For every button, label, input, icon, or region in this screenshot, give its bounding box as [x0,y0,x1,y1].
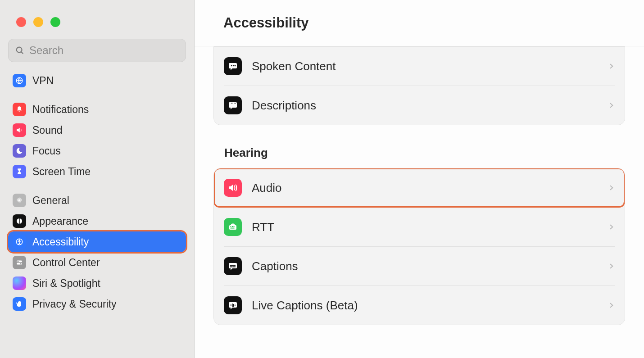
sidebar-item-notifications[interactable]: Notifications [8,99,186,120]
svg-point-10 [20,263,22,264]
row-label: Audio [252,181,608,195]
sidebar-item-label: Appearance [32,215,88,227]
row-captions[interactable]: Captions [214,247,625,285]
sidebar-item-control-center[interactable]: Control Center [8,252,186,273]
sidebar-nav: VPN Notifications Sound Focus [0,67,194,358]
phone-typewriter-icon [224,218,242,236]
sidebar-item-label: VPN [32,75,54,87]
row-live-captions[interactable]: Live Captions (Beta) [214,286,625,325]
sidebar-item-label: Accessibility [32,236,89,248]
svg-line-1 [21,52,23,54]
switches-icon [13,256,26,269]
hourglass-icon [13,165,26,178]
moon-icon [13,144,26,158]
svg-point-11 [16,280,23,287]
svg-point-6 [19,240,20,240]
chevron-right-icon [608,222,615,232]
search-box[interactable] [8,39,186,62]
row-audio[interactable]: Audio [214,168,625,207]
chevron-right-icon [608,61,615,72]
row-rtt[interactable]: RTT [214,208,625,246]
svg-point-0 [17,47,22,53]
waveform-bubble-icon [224,296,242,314]
svg-point-9 [18,261,19,262]
row-label: Spoken Content [252,59,608,73]
sidebar-item-label: Siri & Spotlight [32,277,100,290]
sidebar-item-appearance[interactable]: Appearance [8,211,186,231]
sidebar-item-label: Notifications [32,104,89,116]
chevron-right-icon [608,100,615,111]
svg-rect-21 [230,265,233,266]
speech-bubble-quotes-icon: ” ” [224,96,242,114]
caption-bubble-icon [224,257,242,275]
row-label: Live Captions (Beta) [252,299,608,313]
siri-icon [13,276,26,290]
sidebar-item-label: Control Center [32,257,100,269]
window-controls [0,0,194,27]
accessibility-icon [13,235,26,249]
row-label: Descriptions [252,99,608,113]
search-container [0,27,194,67]
content-scroll[interactable]: Spoken Content ” ” Descriptions Hearing [195,46,644,358]
svg-point-13 [233,65,234,67]
main-pane: Accessibility Spoken Content ” ” Descrip… [195,0,644,358]
sidebar-item-accessibility[interactable]: Accessibility [8,231,186,252]
svg-rect-16 [229,225,236,230]
search-input[interactable] [25,44,179,57]
sidebar-group-system: General Appearance Accessibility Control… [8,190,186,314]
sidebar-item-label: General [32,195,69,207]
search-icon [15,45,25,55]
svg-text:” ”: ” ” [231,102,236,107]
sidebar-item-siri[interactable]: Siri & Spotlight [8,273,186,294]
gear-icon [13,194,26,207]
zoom-window-button[interactable] [50,17,60,27]
speech-card: Spoken Content ” ” Descriptions [213,46,625,125]
svg-rect-24 [232,267,236,267]
svg-rect-14 [235,65,236,67]
hand-icon [13,297,26,311]
minimize-window-button[interactable] [33,17,43,27]
close-window-button[interactable] [16,17,26,27]
sidebar-group-network: VPN [8,70,186,91]
sidebar-item-label: Screen Time [32,166,91,178]
hearing-card: Audio RTT Captions [213,168,625,325]
row-spoken-content[interactable]: Spoken Content [214,47,625,86]
svg-rect-25 [231,304,231,306]
page-title: Accessibility [223,15,309,31]
svg-rect-28 [235,305,236,306]
sidebar-group-attention: Notifications Sound Focus Screen Time [8,99,186,182]
bell-icon [13,103,26,116]
svg-rect-23 [230,267,232,267]
svg-rect-19 [234,226,235,227]
chevron-right-icon [608,182,615,193]
titlebar: Accessibility [195,0,644,46]
section-title-hearing: Hearing [224,146,625,160]
sidebar-item-general[interactable]: General [8,190,186,211]
sidebar-item-screen-time[interactable]: Screen Time [8,161,186,182]
svg-rect-20 [231,228,235,229]
row-label: Captions [252,259,608,273]
globe-icon [13,74,26,87]
svg-rect-22 [233,265,236,266]
sidebar-item-label: Focus [32,145,61,157]
speech-bubble-dots-icon [224,57,242,75]
svg-rect-26 [232,304,233,307]
svg-rect-18 [232,226,233,227]
chevron-right-icon [608,261,615,272]
row-descriptions[interactable]: ” ” Descriptions [214,86,625,125]
svg-rect-27 [233,304,234,307]
sidebar-item-privacy[interactable]: Privacy & Security [8,294,186,314]
sidebar-item-sound[interactable]: Sound [8,120,186,140]
appearance-icon [13,214,26,228]
sidebar-item-label: Sound [32,124,63,136]
svg-point-12 [231,65,232,67]
sidebar: VPN Notifications Sound Focus [0,0,195,358]
sidebar-item-focus[interactable]: Focus [8,140,186,161]
sidebar-item-label: Privacy & Security [32,298,117,310]
row-label: RTT [252,220,608,234]
sidebar-item-vpn[interactable]: VPN [8,70,186,91]
svg-rect-17 [231,226,231,227]
speaker-icon [13,123,26,137]
chevron-right-icon [608,300,615,311]
speaker-loud-icon [224,179,242,197]
